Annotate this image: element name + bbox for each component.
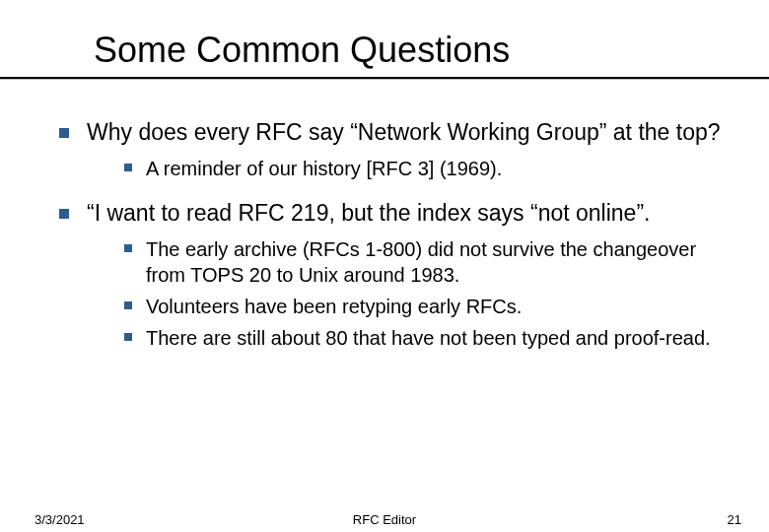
footer-page-number: 21 <box>728 512 741 527</box>
bullet-level1: “I want to read RFC 219, but the index s… <box>59 199 739 229</box>
square-bullet-icon <box>124 164 132 171</box>
square-bullet-icon <box>124 301 132 309</box>
slide-title: Some Common Questions <box>94 30 730 71</box>
title-wrap: Some Common Questions <box>94 30 730 71</box>
bullet-text: Volunteers have been retyping early RFCs… <box>146 294 522 319</box>
underline-line <box>0 77 769 79</box>
bullet-level2: A reminder of our history [RFC 3] (1969)… <box>124 156 739 181</box>
bullet-text: The early archive (RFCs 1-800) did not s… <box>146 236 739 288</box>
slide: Some Common Questions Why does every RFC… <box>0 0 769 532</box>
bullet-text: “I want to read RFC 219, but the index s… <box>87 199 650 229</box>
square-bullet-icon <box>59 209 69 219</box>
square-bullet-icon <box>124 333 132 341</box>
title-underline <box>0 77 769 80</box>
square-bullet-icon <box>59 128 69 138</box>
bullet-text: There are still about 80 that have not b… <box>146 325 711 351</box>
bullet-text: A reminder of our history [RFC 3] (1969)… <box>146 156 502 181</box>
bullet-level2: The early archive (RFCs 1-800) did not s… <box>124 236 739 288</box>
bullet-level2: Volunteers have been retyping early RFCs… <box>124 294 739 319</box>
footer-title: RFC Editor <box>0 512 769 527</box>
bullet-text: Why does every RFC say “Network Working … <box>87 118 721 148</box>
sub-bullet-group: The early archive (RFCs 1-800) did not s… <box>124 236 739 351</box>
content-area: Why does every RFC say “Network Working … <box>59 118 739 368</box>
sub-bullet-group: A reminder of our history [RFC 3] (1969)… <box>124 156 739 181</box>
bullet-level1: Why does every RFC say “Network Working … <box>59 118 739 148</box>
square-bullet-icon <box>124 244 132 252</box>
bullet-level2: There are still about 80 that have not b… <box>124 325 739 351</box>
